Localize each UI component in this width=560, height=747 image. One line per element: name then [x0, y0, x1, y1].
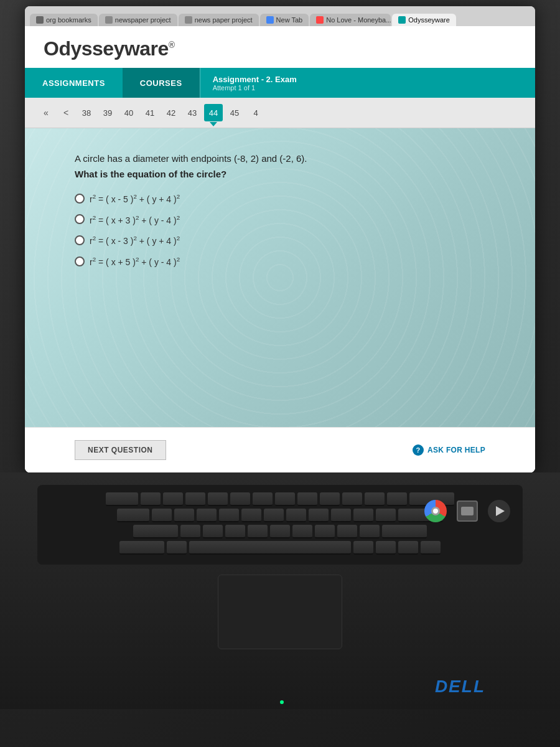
page-40[interactable]: 40	[119, 104, 138, 121]
key	[248, 525, 268, 538]
key-arrow-d	[398, 541, 418, 555]
assignment-subtitle: Attempt 1 of 1	[213, 84, 297, 92]
key	[337, 525, 357, 538]
option-text-4: r2 = ( x + 5 )2 + ( y - 4 )2	[90, 256, 180, 267]
option-text-2: r2 = ( x + 3 )2 + ( y - 4 )2	[90, 214, 180, 225]
key	[365, 492, 385, 506]
webpage: Odysseyware® ASSIGNMENTS COURSES Assignm…	[25, 26, 535, 472]
tab-label: org bookmarks	[46, 16, 91, 24]
assignment-title: Assignment - 2. Exam	[213, 75, 297, 84]
dell-logo-area: DELL	[435, 677, 485, 697]
radio-1[interactable]	[75, 194, 85, 204]
tab-newtab[interactable]: New Tab	[260, 14, 309, 26]
key	[208, 492, 228, 506]
key	[376, 509, 396, 522]
tab-label: news paper project	[195, 16, 253, 24]
monitor-icon[interactable]	[457, 500, 478, 522]
key	[174, 509, 194, 522]
play-icon[interactable]	[488, 500, 510, 522]
keyboard-row-3	[45, 525, 515, 538]
play-triangle-icon	[496, 506, 505, 516]
app-header: Odysseyware®	[25, 26, 535, 68]
tab-favicon	[266, 16, 274, 24]
nav-assignments[interactable]: ASSIGNMENTS	[25, 68, 123, 98]
app-logo: Odysseyware®	[44, 37, 516, 60]
key-shift-r	[382, 525, 427, 538]
double-prev-icon: «	[44, 108, 49, 118]
touchpad[interactable]	[218, 575, 342, 649]
tab-label: Odysseyware	[408, 16, 450, 24]
tab-favicon	[105, 16, 113, 24]
key	[353, 509, 373, 522]
power-indicator	[280, 700, 284, 704]
dell-logo: DELL	[435, 677, 485, 697]
page-38[interactable]: 38	[77, 104, 96, 121]
answer-option-2[interactable]: r2 = ( x + 3 )2 + ( y - 4 )2	[75, 214, 485, 225]
key	[225, 525, 245, 538]
page-42[interactable]: 42	[162, 104, 180, 121]
key	[331, 509, 351, 522]
chrome-inner-icon	[431, 507, 440, 515]
tab-favicon	[36, 16, 44, 24]
key-tab	[106, 492, 138, 506]
ask-for-help-button[interactable]: ? ASK FOR HELP	[413, 444, 485, 456]
key	[387, 492, 407, 506]
question-subtext: What is the equation of the circle?	[75, 169, 485, 179]
logo-text: Odysseyware	[44, 37, 169, 60]
key	[270, 525, 290, 538]
next-question-button[interactable]: NEXT QUESTION	[75, 440, 166, 460]
page-prev-button[interactable]: <	[57, 104, 75, 121]
tab-newspaper1[interactable]: newspaper project	[99, 14, 177, 26]
key	[360, 525, 380, 538]
key-arrow-l	[376, 541, 396, 555]
tab-label: No Love - Moneyba...	[326, 16, 391, 24]
answer-option-1[interactable]: r2 = ( x - 5 )2 + ( y + 4 )2	[75, 193, 485, 204]
answer-option-4[interactable]: r2 = ( x + 5 )2 + ( y - 4 )2	[75, 256, 485, 267]
page-44[interactable]: 44	[204, 104, 223, 121]
ask-help-label: ASK FOR HELP	[427, 446, 485, 454]
page-41[interactable]: 41	[141, 104, 159, 121]
key-caps	[117, 509, 149, 522]
nav-courses-label: COURSES	[140, 78, 182, 88]
nav-bar: ASSIGNMENTS COURSES Assignment - 2. Exam…	[25, 68, 535, 98]
tab-odysseyware[interactable]: Odysseyware	[392, 14, 456, 26]
key-space	[189, 541, 351, 555]
key	[253, 492, 273, 506]
key	[203, 525, 223, 538]
page-39[interactable]: 39	[98, 104, 117, 121]
key-arrow-r	[421, 541, 441, 555]
radio-3[interactable]	[75, 235, 85, 245]
tab-favicon	[185, 16, 192, 24]
laptop-body: DELL	[0, 472, 560, 709]
radio-4[interactable]	[75, 256, 85, 266]
answer-option-3[interactable]: r2 = ( x - 3 )2 + ( y + 4 )2	[75, 235, 485, 246]
logo-sup: ®	[169, 40, 175, 50]
key	[297, 492, 317, 506]
bottom-bar: NEXT QUESTION ? ASK FOR HELP	[25, 427, 535, 472]
page-more[interactable]: 4	[246, 104, 265, 121]
nav-courses[interactable]: COURSES	[123, 68, 200, 98]
key	[185, 492, 205, 506]
tab-favicon	[316, 16, 324, 24]
key-alt-l	[167, 541, 187, 555]
chrome-icon[interactable]	[424, 500, 447, 522]
key-alt-r	[353, 541, 373, 555]
tab-newspaper2[interactable]: news paper project	[179, 14, 259, 26]
key	[275, 492, 295, 506]
page-first-button[interactable]: «	[37, 104, 55, 121]
key	[286, 509, 306, 522]
key	[320, 492, 340, 506]
radio-2[interactable]	[75, 214, 85, 224]
page-45[interactable]: 45	[225, 104, 244, 121]
tab-bookmarks[interactable]: org bookmarks	[30, 14, 98, 26]
question-text: A circle has a diameter with endpoints (…	[75, 153, 485, 164]
key	[342, 492, 362, 506]
page-43[interactable]: 43	[183, 104, 202, 121]
key	[141, 492, 161, 506]
key	[219, 509, 239, 522]
key	[315, 525, 335, 538]
prev-icon: <	[63, 108, 68, 118]
key-shift-l	[133, 525, 178, 538]
tab-nolove[interactable]: No Love - Moneyba...	[310, 14, 391, 26]
system-icons-area	[424, 500, 510, 522]
